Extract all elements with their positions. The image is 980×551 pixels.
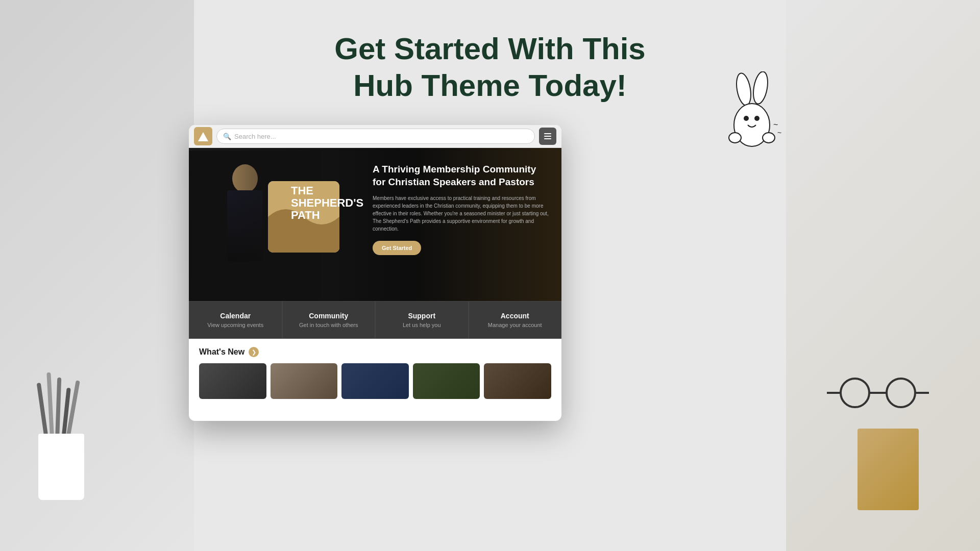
hero-description: Members have exclusive access to practic…: [373, 194, 551, 233]
content-card-3[interactable]: [341, 363, 409, 399]
svg-point-10: [729, 133, 741, 143]
svg-text:~: ~: [777, 129, 781, 137]
svg-point-0: [841, 379, 869, 407]
svg-point-1: [887, 379, 915, 407]
search-bar[interactable]: 🔍 Search here...: [216, 129, 535, 144]
svg-text:~: ~: [773, 120, 778, 129]
content-card-5[interactable]: [484, 363, 551, 399]
nav-tiles: Calendar View upcoming events Community …: [189, 301, 561, 339]
glasses-decoration: [827, 378, 919, 408]
logo-icon: [198, 131, 208, 141]
whats-new-title: What's New: [199, 347, 244, 357]
nav-tile-community[interactable]: Community Get in touch with others: [282, 301, 376, 339]
menu-line-2: [544, 136, 551, 137]
nav-tile-account-title: Account: [477, 312, 553, 320]
nav-tile-support-title: Support: [384, 312, 460, 320]
menu-button[interactable]: [539, 128, 556, 145]
browser-window: 🔍 Search here...: [189, 125, 561, 421]
menu-line-3: [544, 138, 551, 139]
hero-cta-button[interactable]: Get Started: [373, 241, 421, 255]
svg-point-5: [734, 72, 753, 107]
nav-tile-account[interactable]: Account Manage your account: [469, 301, 562, 339]
hero-headline: A Thriving Membership Community for Chri…: [373, 163, 551, 188]
nav-tile-support-subtitle: Let us help you: [384, 322, 460, 328]
nav-tile-calendar-title: Calendar: [198, 312, 274, 320]
search-placeholder: Search here...: [234, 133, 276, 140]
whats-new-header: What's New ❯: [199, 347, 551, 357]
mascot-bunny: ~ ~: [722, 71, 783, 138]
heading-line1: Get Started With This: [334, 32, 646, 66]
nav-tile-community-subtitle: Get in touch with others: [291, 322, 367, 328]
page-title: Get Started With This Hub Theme Today!: [334, 31, 646, 104]
content-card-4[interactable]: [413, 363, 480, 399]
svg-point-6: [751, 71, 770, 105]
whats-new-section: What's New ❯: [189, 339, 561, 407]
whats-new-arrow[interactable]: ❯: [249, 347, 259, 357]
pencil-cup-decoration: [31, 398, 92, 500]
svg-point-8: [744, 116, 749, 121]
hero-brand-text: THE SHEPHERD'S PATH: [291, 185, 363, 222]
hero-section: THE SHEPHERD'S PATH A Thriving Membershi…: [189, 148, 561, 301]
content-card-1[interactable]: [199, 363, 266, 399]
wood-block-decoration: [857, 429, 919, 510]
nav-tile-community-title: Community: [291, 312, 367, 320]
browser-navbar: 🔍 Search here...: [189, 125, 561, 148]
svg-point-11: [763, 133, 775, 143]
search-icon: 🔍: [223, 133, 231, 140]
heading-line2: Hub Theme Today!: [353, 68, 627, 103]
nav-tile-calendar[interactable]: Calendar View upcoming events: [189, 301, 282, 339]
content-card-2[interactable]: [271, 363, 338, 399]
site-logo: [194, 127, 212, 145]
content-cards-grid: [199, 363, 551, 399]
background-left: [0, 0, 194, 551]
hero-content: A Thriving Membership Community for Chri…: [373, 163, 551, 255]
nav-tile-support[interactable]: Support Let us help you: [375, 301, 469, 339]
nav-tile-account-subtitle: Manage your account: [477, 322, 553, 328]
svg-point-9: [754, 116, 760, 121]
menu-line-1: [544, 133, 551, 134]
nav-tile-calendar-subtitle: View upcoming events: [198, 322, 274, 328]
